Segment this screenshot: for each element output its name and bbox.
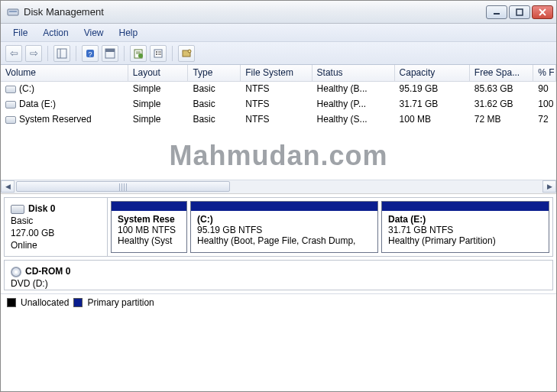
drive-letter: DVD (D:) bbox=[11, 277, 102, 290]
volume-layout: Simple bbox=[128, 97, 189, 112]
column-percent-free[interactable]: % F bbox=[533, 65, 556, 81]
volume-fs: NTFS bbox=[241, 82, 312, 97]
column-volume[interactable]: Volume bbox=[1, 65, 128, 81]
disk-size: 127.00 GB bbox=[11, 227, 101, 239]
close-button[interactable] bbox=[532, 5, 553, 19]
volume-row[interactable]: System Reserved Simple Basic NTFS Health… bbox=[1, 112, 556, 128]
volume-icon bbox=[5, 86, 16, 93]
column-free-space[interactable]: Free Spa... bbox=[470, 65, 534, 81]
partition-status: Healthy (Syst bbox=[118, 235, 180, 246]
volume-pct: 90 bbox=[533, 82, 556, 97]
column-status[interactable]: Status bbox=[313, 65, 395, 81]
partition-size: 31.71 GB NTFS bbox=[388, 225, 542, 235]
scroll-thumb[interactable] bbox=[16, 181, 230, 192]
app-icon bbox=[7, 6, 19, 18]
volume-name: Data (E:) bbox=[19, 99, 56, 109]
legend-label-unallocated: Unallocated bbox=[21, 297, 69, 308]
disk-label[interactable]: Disk 0 Basic 127.00 GB Online bbox=[5, 198, 108, 256]
volume-type: Basic bbox=[188, 112, 241, 128]
menu-bar: File Action View Help bbox=[1, 24, 556, 42]
legend-swatch-primary bbox=[73, 298, 83, 307]
disk-state: Online bbox=[11, 239, 101, 251]
partition-color-bar bbox=[191, 202, 377, 211]
disk-name: Disk 0 bbox=[28, 203, 55, 214]
partition-name: Data (E:) bbox=[388, 214, 542, 225]
volume-capacity: 95.19 GB bbox=[395, 82, 470, 97]
show-hide-console-tree-button[interactable] bbox=[53, 45, 70, 62]
partition-data-e[interactable]: Data (E:) 31.71 GB NTFS Healthy (Primary… bbox=[381, 201, 549, 253]
partition-name: System Rese bbox=[118, 214, 180, 225]
volume-pct: 100 bbox=[533, 97, 556, 112]
volume-layout: Simple bbox=[128, 82, 189, 97]
volume-fs: NTFS bbox=[241, 112, 312, 128]
volume-status: Healthy (P... bbox=[313, 97, 395, 112]
forward-button[interactable]: ⇨ bbox=[25, 45, 42, 62]
svg-rect-3 bbox=[517, 9, 523, 15]
disk-row-disk0[interactable]: Disk 0 Basic 127.00 GB Online System Res… bbox=[4, 197, 553, 257]
volume-free: 85.63 GB bbox=[470, 82, 534, 97]
svg-point-13 bbox=[138, 53, 143, 58]
partition-color-bar bbox=[382, 202, 549, 211]
title-bar: Disk Management bbox=[1, 1, 556, 24]
menu-file[interactable]: File bbox=[5, 26, 35, 40]
menu-action[interactable]: Action bbox=[35, 26, 76, 40]
volume-capacity: 31.71 GB bbox=[395, 97, 470, 112]
disk-map: Disk 0 Basic 127.00 GB Online System Res… bbox=[1, 197, 556, 290]
legend: Unallocated Primary partition bbox=[1, 293, 556, 311]
volume-status: Healthy (B... bbox=[313, 82, 395, 97]
column-type[interactable]: Type bbox=[188, 65, 241, 81]
volume-row[interactable]: (C:) Simple Basic NTFS Healthy (B... 95.… bbox=[1, 82, 556, 97]
disk-label[interactable]: CD-ROM 0 DVD (D:) bbox=[5, 261, 108, 290]
volume-name: System Reserved bbox=[19, 114, 92, 125]
volume-layout: Simple bbox=[128, 112, 189, 128]
volume-type: Basic bbox=[188, 97, 241, 112]
legend-swatch-unallocated bbox=[7, 298, 16, 307]
menu-view[interactable]: View bbox=[76, 26, 112, 40]
partition-status: Healthy (Boot, Page File, Crash Dump, bbox=[197, 235, 371, 246]
refresh-button[interactable] bbox=[130, 45, 147, 62]
partition-size: 100 MB NTFS bbox=[118, 225, 180, 235]
column-file-system[interactable]: File System bbox=[241, 65, 312, 81]
horizontal-scrollbar[interactable]: ◀ ▶ bbox=[1, 180, 556, 193]
partition-c[interactable]: (C:) 95.19 GB NTFS Healthy (Boot, Page F… bbox=[190, 201, 378, 253]
toolbar-button[interactable] bbox=[178, 45, 195, 62]
scroll-right-button[interactable]: ▶ bbox=[542, 180, 556, 193]
volume-name: (C:) bbox=[19, 83, 34, 94]
svg-point-17 bbox=[156, 53, 157, 55]
maximize-button[interactable] bbox=[509, 5, 530, 19]
menu-help[interactable]: Help bbox=[112, 26, 146, 40]
hdd-icon bbox=[11, 205, 24, 214]
toolbar-separator bbox=[172, 46, 173, 61]
table-header: Volume Layout Type File System Status Ca… bbox=[1, 65, 556, 82]
properties-button[interactable] bbox=[150, 45, 167, 62]
svg-rect-11 bbox=[105, 49, 115, 52]
legend-label-primary: Primary partition bbox=[87, 297, 154, 308]
disk-type: Basic bbox=[11, 215, 101, 227]
volume-list[interactable]: Volume Layout Type File System Status Ca… bbox=[1, 65, 556, 194]
volume-pct: 72 bbox=[533, 112, 556, 128]
volume-free: 31.62 GB bbox=[470, 97, 534, 112]
svg-point-20 bbox=[188, 50, 191, 53]
toolbar-button[interactable] bbox=[102, 45, 118, 62]
volume-status: Healthy (S... bbox=[313, 112, 395, 128]
svg-text:?: ? bbox=[88, 50, 92, 58]
watermark-text: Mahmudan.com bbox=[1, 128, 556, 180]
minimize-button[interactable] bbox=[486, 5, 507, 19]
column-layout[interactable]: Layout bbox=[128, 65, 189, 81]
svg-point-15 bbox=[156, 51, 157, 53]
back-button[interactable]: ⇦ bbox=[5, 45, 22, 62]
toolbar-separator bbox=[47, 46, 48, 61]
help-button[interactable]: ? bbox=[82, 45, 99, 62]
svg-rect-1 bbox=[9, 11, 17, 12]
partition-system-reserved[interactable]: System Rese 100 MB NTFS Healthy (Syst bbox=[111, 201, 187, 253]
volume-capacity: 100 MB bbox=[395, 112, 470, 128]
column-capacity[interactable]: Capacity bbox=[395, 65, 470, 81]
window-title: Disk Management bbox=[24, 6, 486, 18]
partition-size: 95.19 GB NTFS bbox=[197, 225, 371, 235]
toolbar-separator bbox=[124, 46, 125, 61]
volume-icon bbox=[5, 116, 16, 124]
disk-row-cdrom[interactable]: CD-ROM 0 DVD (D:) bbox=[4, 260, 553, 290]
volume-row[interactable]: Data (E:) Simple Basic NTFS Healthy (P..… bbox=[1, 97, 556, 112]
scroll-left-button[interactable]: ◀ bbox=[1, 180, 15, 193]
volume-fs: NTFS bbox=[241, 97, 312, 112]
